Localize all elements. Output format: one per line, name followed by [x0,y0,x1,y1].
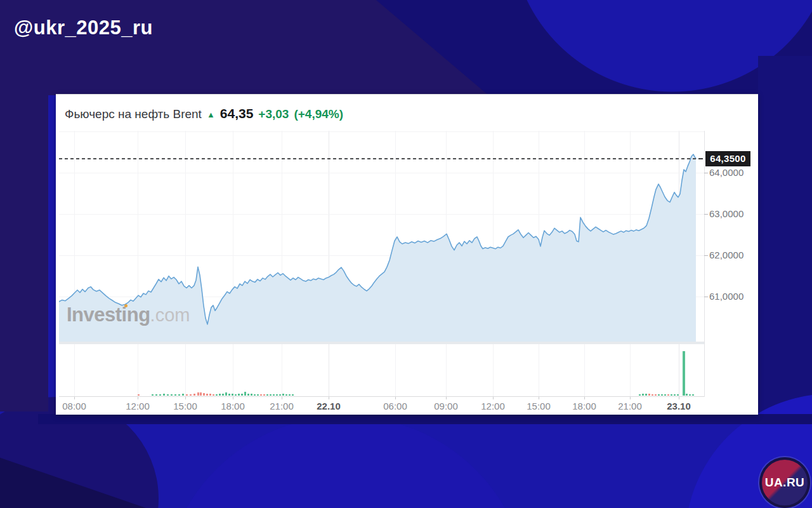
volume-bar [190,394,192,396]
investing-watermark-bold: Investing [67,304,150,326]
volume-bar [206,394,208,396]
volume-bar [664,394,666,396]
volume-bar [251,394,252,396]
x-tick-label: 18:00 [221,401,245,411]
volume-bar [182,394,184,396]
volume-bar [171,394,173,396]
volume-bar [254,394,256,396]
investing-watermark: Investing.com [67,304,190,326]
volume-bar [263,394,265,396]
arrow-up-icon: ▲ [207,110,215,119]
x-tick [493,397,494,399]
last-price: 64,35 [220,106,254,121]
y-axis-line [704,131,705,397]
volume-bar [266,394,268,396]
volume-bar [648,394,650,396]
x-tick [395,397,396,399]
x-tick [233,397,233,399]
volume-bar [193,394,195,396]
volume-bar [639,394,641,396]
volume-bar [686,394,688,396]
bg-band-shape [38,414,812,424]
uaru-logo-text: UA.RU [765,476,805,490]
x-tick [185,397,186,399]
volume-bar [152,394,154,396]
volume-bar [671,394,672,396]
x-tick [539,397,539,399]
x-tick [446,397,447,399]
y-tick-label: 64,0000 [709,167,743,178]
volume-pane[interactable] [59,344,704,396]
price-box-connector [698,158,703,159]
volume-bar [244,392,246,396]
chart-card: Фьючерс на нефть Brent ▲ 64,35 +3,03 (+4… [56,94,758,415]
volume-bar [163,394,165,396]
last-price-box: 64,3500 [705,151,750,166]
volume-bar [159,394,161,396]
bg-band-shape [0,94,48,411]
x-tick-label: 23.10 [667,401,691,411]
volume-bar [197,392,199,396]
volume-bar [155,394,157,396]
channel-watermark: @ukr_2025_ru [14,17,153,39]
bg-circle-shape [162,416,530,508]
post-image: @ukr_2025_ru Фьючерс на нефть Brent ▲ 64… [0,0,812,508]
volume-bar [219,394,221,396]
instrument-title: Фьючерс на нефть Brent [65,107,202,121]
investing-logo-dot [124,304,128,307]
volume-bar [273,394,275,396]
y-tick [704,173,708,173]
volume-bar [276,394,278,396]
volume-bar [658,394,660,396]
volume-bar [186,394,188,396]
volume-bar [225,392,227,396]
x-tick [138,397,138,399]
last-price-dashed-line [59,158,704,159]
volume-bar [200,392,202,396]
x-tick [74,397,75,399]
x-axis-labels: 08:0012:0015:0018:0021:0022.1006:0009:00… [59,401,704,413]
x-tick-label: 21:00 [270,401,294,411]
x-tick [630,397,631,399]
bg-strip-shape [758,56,812,415]
volume-bar [642,394,644,396]
investing-watermark-light: .com [150,305,190,325]
volume-bar [279,394,281,396]
volume-bar [655,394,657,396]
x-tick [679,397,679,399]
last-price-box-value: 64,3500 [710,153,745,164]
volume-bar [289,394,291,396]
volume-bar [241,394,243,396]
x-tick-label: 08:00 [62,401,86,411]
price-pane[interactable]: Investing.com [59,131,704,342]
volume-bar [209,394,211,396]
x-tick-label: 15:00 [173,401,197,411]
volume-bar [285,394,287,396]
volume-bar [674,394,676,396]
volume-bar [692,394,694,396]
x-tick-marks [59,397,704,400]
x-tick-label: 18:00 [572,401,596,411]
price-change: +3,03 [258,107,289,121]
x-tick-label: 12:00 [481,401,505,411]
y-tick-label: 62,0000 [709,250,743,260]
x-tick [282,397,282,399]
x-tick [584,397,585,399]
volume-bar [257,394,259,396]
y-tick-label: 63,0000 [709,208,743,219]
y-tick [704,214,708,215]
x-tick-label: 15:00 [527,401,551,411]
volume-bar [174,394,176,396]
volume-bar [667,394,669,396]
x-tick-label: 22.10 [317,401,341,411]
volume-bar [228,394,230,396]
y-tick [704,297,708,297]
volume-bar [238,394,240,396]
y-tick-label: 61,0000 [709,291,743,302]
x-tick-label: 21:00 [618,401,642,411]
uaru-logo-badge: UA.RU [759,457,810,508]
volume-bar [213,394,214,396]
x-tick [329,397,329,399]
price-change-percent: (+4,94%) [294,107,343,121]
volume-bar [270,394,272,396]
